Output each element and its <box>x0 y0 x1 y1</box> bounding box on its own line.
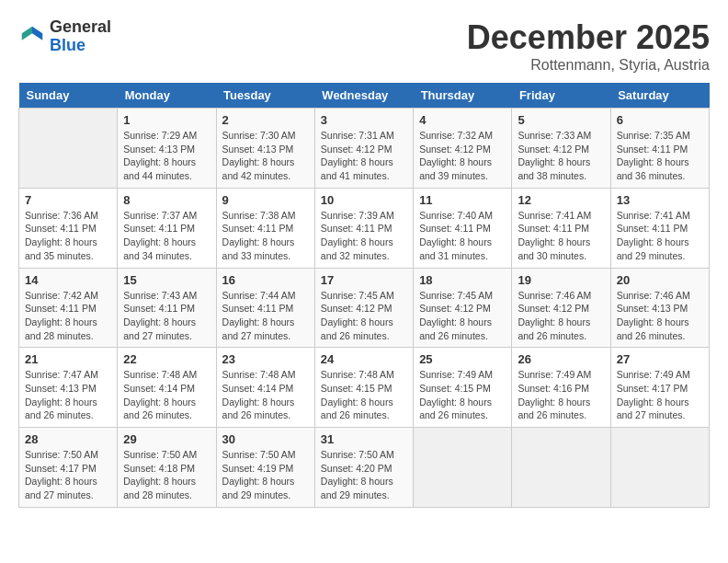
day-number: 3 <box>321 113 407 127</box>
day-info: Sunrise: 7:30 AM Sunset: 4:13 PM Dayligh… <box>222 129 309 183</box>
day-cell <box>414 428 512 508</box>
calendar-header: SundayMondayTuesdayWednesdayThursdayFrid… <box>19 83 710 109</box>
logo-icon <box>18 23 46 51</box>
day-number: 6 <box>617 113 703 127</box>
day-info: Sunrise: 7:44 AM Sunset: 4:11 PM Dayligh… <box>222 289 309 343</box>
day-cell: 11Sunrise: 7:40 AM Sunset: 4:11 PM Dayli… <box>414 188 512 268</box>
day-cell: 20Sunrise: 7:46 AM Sunset: 4:13 PM Dayli… <box>610 268 709 348</box>
day-info: Sunrise: 7:45 AM Sunset: 4:12 PM Dayligh… <box>321 289 407 343</box>
day-number: 30 <box>222 432 309 446</box>
day-cell: 24Sunrise: 7:48 AM Sunset: 4:15 PM Dayli… <box>314 348 413 428</box>
day-info: Sunrise: 7:49 AM Sunset: 4:16 PM Dayligh… <box>518 368 604 422</box>
day-cell: 31Sunrise: 7:50 AM Sunset: 4:20 PM Dayli… <box>314 428 413 508</box>
day-number: 1 <box>123 113 210 127</box>
day-cell: 26Sunrise: 7:49 AM Sunset: 4:16 PM Dayli… <box>512 348 610 428</box>
day-info: Sunrise: 7:49 AM Sunset: 4:15 PM Dayligh… <box>419 368 506 422</box>
day-info: Sunrise: 7:40 AM Sunset: 4:11 PM Dayligh… <box>419 209 506 263</box>
day-cell: 3Sunrise: 7:31 AM Sunset: 4:12 PM Daylig… <box>314 109 413 189</box>
calendar-table: SundayMondayTuesdayWednesdayThursdayFrid… <box>18 83 710 508</box>
weekday-header-thursday: Thursday <box>414 83 512 109</box>
day-number: 11 <box>419 193 506 207</box>
day-cell: 8Sunrise: 7:37 AM Sunset: 4:11 PM Daylig… <box>118 188 216 268</box>
day-cell <box>512 428 610 508</box>
day-info: Sunrise: 7:37 AM Sunset: 4:11 PM Dayligh… <box>123 209 210 263</box>
day-number: 14 <box>25 273 111 287</box>
day-cell: 5Sunrise: 7:33 AM Sunset: 4:12 PM Daylig… <box>512 109 610 189</box>
day-cell: 4Sunrise: 7:32 AM Sunset: 4:12 PM Daylig… <box>414 109 512 189</box>
day-info: Sunrise: 7:33 AM Sunset: 4:12 PM Dayligh… <box>518 129 604 183</box>
day-info: Sunrise: 7:50 AM Sunset: 4:20 PM Dayligh… <box>321 448 407 502</box>
day-info: Sunrise: 7:46 AM Sunset: 4:13 PM Dayligh… <box>617 289 703 343</box>
day-cell: 29Sunrise: 7:50 AM Sunset: 4:18 PM Dayli… <box>118 428 216 508</box>
day-number: 31 <box>321 432 407 446</box>
day-cell: 28Sunrise: 7:50 AM Sunset: 4:17 PM Dayli… <box>19 428 118 508</box>
day-info: Sunrise: 7:38 AM Sunset: 4:11 PM Dayligh… <box>222 209 309 263</box>
logo-blue-text: Blue <box>50 36 85 54</box>
day-info: Sunrise: 7:47 AM Sunset: 4:13 PM Dayligh… <box>25 368 111 422</box>
day-info: Sunrise: 7:41 AM Sunset: 4:11 PM Dayligh… <box>617 209 703 263</box>
month-year-title: December 2025 <box>467 18 710 57</box>
day-cell: 17Sunrise: 7:45 AM Sunset: 4:12 PM Dayli… <box>314 268 413 348</box>
day-number: 18 <box>419 273 506 287</box>
day-number: 16 <box>222 273 309 287</box>
week-row-3: 14Sunrise: 7:42 AM Sunset: 4:11 PM Dayli… <box>19 268 710 348</box>
day-number: 4 <box>419 113 506 127</box>
day-info: Sunrise: 7:42 AM Sunset: 4:11 PM Dayligh… <box>25 289 111 343</box>
day-number: 7 <box>25 193 111 207</box>
day-number: 9 <box>222 193 309 207</box>
day-info: Sunrise: 7:49 AM Sunset: 4:17 PM Dayligh… <box>617 368 703 422</box>
day-info: Sunrise: 7:32 AM Sunset: 4:12 PM Dayligh… <box>419 129 506 183</box>
day-cell: 23Sunrise: 7:48 AM Sunset: 4:14 PM Dayli… <box>216 348 314 428</box>
day-cell: 21Sunrise: 7:47 AM Sunset: 4:13 PM Dayli… <box>19 348 118 428</box>
week-row-5: 28Sunrise: 7:50 AM Sunset: 4:17 PM Dayli… <box>19 428 710 508</box>
svg-marker-1 <box>22 27 32 40</box>
day-info: Sunrise: 7:39 AM Sunset: 4:11 PM Dayligh… <box>321 209 407 263</box>
day-cell: 6Sunrise: 7:35 AM Sunset: 4:11 PM Daylig… <box>610 109 709 189</box>
day-info: Sunrise: 7:48 AM Sunset: 4:14 PM Dayligh… <box>222 368 309 422</box>
day-cell: 19Sunrise: 7:46 AM Sunset: 4:12 PM Dayli… <box>512 268 610 348</box>
week-row-2: 7Sunrise: 7:36 AM Sunset: 4:11 PM Daylig… <box>19 188 710 268</box>
weekday-header-sunday: Sunday <box>19 83 118 109</box>
day-cell: 16Sunrise: 7:44 AM Sunset: 4:11 PM Dayli… <box>216 268 314 348</box>
day-number: 23 <box>222 352 309 366</box>
day-info: Sunrise: 7:46 AM Sunset: 4:12 PM Dayligh… <box>518 289 604 343</box>
location-subtitle: Rottenmann, Styria, Austria <box>467 57 710 74</box>
day-number: 13 <box>617 193 703 207</box>
day-number: 29 <box>123 432 210 446</box>
day-info: Sunrise: 7:50 AM Sunset: 4:18 PM Dayligh… <box>123 448 210 502</box>
day-number: 19 <box>518 273 604 287</box>
day-cell: 12Sunrise: 7:41 AM Sunset: 4:11 PM Dayli… <box>512 188 610 268</box>
logo-general-text: General <box>50 17 111 36</box>
day-cell: 25Sunrise: 7:49 AM Sunset: 4:15 PM Dayli… <box>414 348 512 428</box>
day-number: 21 <box>25 352 111 366</box>
day-cell: 18Sunrise: 7:45 AM Sunset: 4:12 PM Dayli… <box>414 268 512 348</box>
day-cell <box>19 109 118 189</box>
day-number: 8 <box>123 193 210 207</box>
weekday-header-tuesday: Tuesday <box>216 83 314 109</box>
weekday-header-wednesday: Wednesday <box>314 83 413 109</box>
day-info: Sunrise: 7:41 AM Sunset: 4:11 PM Dayligh… <box>518 209 604 263</box>
day-number: 17 <box>321 273 407 287</box>
day-number: 5 <box>518 113 604 127</box>
day-cell: 2Sunrise: 7:30 AM Sunset: 4:13 PM Daylig… <box>216 109 314 189</box>
day-cell <box>610 428 709 508</box>
day-cell: 22Sunrise: 7:48 AM Sunset: 4:14 PM Dayli… <box>118 348 216 428</box>
title-block: December 2025 Rottenmann, Styria, Austri… <box>467 18 710 74</box>
logo: General Blue <box>18 18 111 55</box>
day-number: 12 <box>518 193 604 207</box>
weekday-header-saturday: Saturday <box>610 83 709 109</box>
day-cell: 10Sunrise: 7:39 AM Sunset: 4:11 PM Dayli… <box>314 188 413 268</box>
day-number: 20 <box>617 273 703 287</box>
day-number: 15 <box>123 273 210 287</box>
day-cell: 27Sunrise: 7:49 AM Sunset: 4:17 PM Dayli… <box>610 348 709 428</box>
day-info: Sunrise: 7:31 AM Sunset: 4:12 PM Dayligh… <box>321 129 407 183</box>
day-cell: 14Sunrise: 7:42 AM Sunset: 4:11 PM Dayli… <box>19 268 118 348</box>
day-cell: 7Sunrise: 7:36 AM Sunset: 4:11 PM Daylig… <box>19 188 118 268</box>
day-number: 22 <box>123 352 210 366</box>
day-cell: 9Sunrise: 7:38 AM Sunset: 4:11 PM Daylig… <box>216 188 314 268</box>
day-info: Sunrise: 7:50 AM Sunset: 4:17 PM Dayligh… <box>25 448 111 502</box>
day-info: Sunrise: 7:43 AM Sunset: 4:11 PM Dayligh… <box>123 289 210 343</box>
svg-marker-0 <box>32 27 42 40</box>
day-number: 25 <box>419 352 506 366</box>
day-number: 26 <box>518 352 604 366</box>
